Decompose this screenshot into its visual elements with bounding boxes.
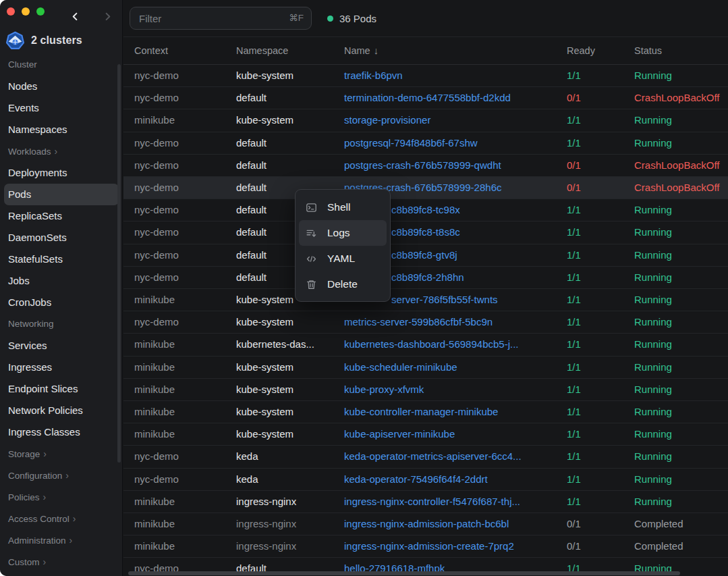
pod-name-link[interactable]: kube-apiserver-minikube: [344, 423, 455, 445]
chevron-left-icon: [71, 12, 80, 21]
table-row[interactable]: minikubeingress-nginxingress-nginx-admis…: [123, 513, 728, 535]
cluster-switcher[interactable]: 2 clusters: [5, 30, 82, 51]
cell-context: nyc-demo: [134, 177, 179, 199]
table-row[interactable]: minikubekube-systemstorage-provisioner1/…: [123, 109, 728, 132]
pod-name-link[interactable]: termination-demo-6477558bbf-d2kdd: [344, 87, 511, 109]
pod-name-link[interactable]: ingress-nginx-controller-f5476f687-thj..…: [344, 491, 520, 513]
table-row[interactable]: nyc-demodefaulttermination-demo-6477558b…: [123, 87, 728, 109]
table-row[interactable]: minikubekube-systemkube-apiserver-miniku…: [123, 423, 728, 446]
sidebar-item-services[interactable]: Services: [4, 335, 119, 357]
table-row[interactable]: minikubekube-systemkube-controller-manag…: [123, 401, 728, 423]
table-row[interactable]: nyc-demodefaultpostgres-crash-676b578999…: [123, 177, 728, 199]
cell-namespace: default: [236, 87, 267, 109]
context-menu-item-yaml[interactable]: YAML: [299, 246, 387, 271]
nav-back-button[interactable]: [66, 7, 84, 25]
pod-name-link[interactable]: ingress-nginx-admission-patch-bc6bl: [344, 513, 509, 535]
context-menu-item-logs[interactable]: Logs: [299, 220, 387, 246]
table-row[interactable]: minikubekube-systemkube-scheduler-miniku…: [123, 357, 728, 379]
sidebar-scrollbar[interactable]: [117, 64, 121, 463]
filter-input[interactable]: [130, 7, 312, 30]
close-button[interactable]: [7, 7, 15, 16]
pod-name-link[interactable]: c8b89fc8-tc98x: [391, 199, 460, 221]
pod-name-link[interactable]: kube-controller-manager-minikube: [344, 401, 498, 423]
context-menu-item-delete[interactable]: Delete: [299, 271, 387, 297]
cell-ready: 1/1: [567, 491, 581, 513]
pod-name-link[interactable]: storage-provisioner: [344, 109, 430, 131]
column-header-namespace[interactable]: Namespace: [236, 37, 288, 64]
pod-name-link[interactable]: ingress-nginx-admission-create-7prq2: [344, 535, 514, 557]
pod-name-link[interactable]: kube-proxy-xfvmk: [344, 379, 424, 400]
column-header-context[interactable]: Context: [134, 37, 168, 64]
column-header-ready[interactable]: Ready: [567, 37, 595, 64]
column-header-status[interactable]: Status: [634, 37, 662, 64]
table-row[interactable]: nyc-demodefaultc8b89fc8-2h8hn1/1Running: [123, 267, 728, 289]
sidebar-item-nodes[interactable]: Nodes: [4, 76, 119, 97]
sidebar-item-pods[interactable]: Pods: [4, 184, 119, 205]
cell-context: nyc-demo: [134, 267, 179, 288]
sidebar-section-custom[interactable]: Custom›: [0, 551, 123, 573]
table-row[interactable]: nyc-demodefaultpostgres-crash-676b578999…: [123, 155, 728, 177]
table-row[interactable]: minikubekube-systemserver-786f5fb55f-twn…: [123, 289, 728, 311]
table-row[interactable]: minikubekubernetes-das...kubernetes-dash…: [123, 334, 728, 356]
sidebar-section-policies[interactable]: Policies›: [0, 486, 123, 508]
sidebar-item-jobs[interactable]: Jobs: [4, 270, 119, 292]
sidebar-item-network-policies[interactable]: Network Policies: [4, 400, 119, 421]
context-menu-item-shell[interactable]: Shell: [299, 194, 387, 220]
cell-ready: 1/1: [567, 357, 581, 378]
table-row[interactable]: nyc-demodefaultc8b89fc8-gtv8j1/1Running: [123, 244, 728, 267]
pod-name-link[interactable]: postgres-crash-676b578999-qwdht: [344, 155, 501, 176]
cell-status: CrashLoopBackOff: [634, 177, 719, 199]
pod-name-link[interactable]: c8b89fc8-2h8hn: [391, 267, 464, 288]
filter-field: ⌘F: [130, 7, 312, 30]
column-header-name[interactable]: Name↓: [344, 37, 379, 64]
cell-status: Running: [634, 446, 672, 467]
context-menu-item-label: Logs: [327, 227, 350, 239]
sidebar-section-storage[interactable]: Storage›: [0, 443, 123, 465]
pod-name-link[interactable]: c8b89fc8-t8s8c: [391, 221, 460, 243]
table-row[interactable]: nyc-demokedakeda-operator-metrics-apiser…: [123, 446, 728, 468]
sidebar-item-ingress-classes[interactable]: Ingress Classes: [4, 421, 119, 443]
pod-name-link[interactable]: metrics-server-599b86cfbf-5bc9n: [344, 311, 493, 333]
nav-forward-button[interactable]: [99, 7, 116, 25]
sidebar-section-workloads[interactable]: Workloads›: [0, 140, 123, 162]
sidebar-item-namespaces[interactable]: Namespaces: [4, 119, 119, 140]
minimize-button[interactable]: [22, 7, 30, 16]
pod-name-link[interactable]: keda-operator-75496f64f4-2ddrt: [344, 469, 488, 490]
pod-name-link[interactable]: server-786f5fb55f-twnts: [391, 289, 498, 311]
table-row[interactable]: nyc-demokube-systemmetrics-server-599b86…: [123, 311, 728, 334]
sidebar-section-configuration[interactable]: Configuration›: [0, 465, 123, 486]
cell-namespace: kube-system: [236, 109, 293, 131]
table-row[interactable]: nyc-demokube-systemtraefik-b6pvn1/1Runni…: [123, 65, 728, 87]
pod-name-link[interactable]: keda-operator-metrics-apiserver-6cc4...: [344, 446, 522, 467]
pod-name-link[interactable]: postgresql-794f848b6f-67shw: [344, 132, 478, 154]
zoom-button[interactable]: [36, 7, 45, 16]
cell-namespace: keda: [236, 469, 258, 490]
pod-name-link[interactable]: traefik-b6pvn: [344, 65, 403, 86]
pod-name-link[interactable]: c8b89fc8-gtv8j: [391, 244, 457, 266]
sidebar-item-cronjobs[interactable]: CronJobs: [4, 292, 119, 313]
pod-name-link[interactable]: kubernetes-dashboard-569894bcb5-j...: [344, 334, 519, 355]
table-row[interactable]: minikubekube-systemkube-proxy-xfvmk1/1Ru…: [123, 379, 728, 401]
table-row[interactable]: nyc-demokedakeda-operator-75496f64f4-2dd…: [123, 469, 728, 491]
cell-status: Running: [634, 267, 672, 288]
trash-icon: [306, 279, 317, 290]
sidebar-item-endpoint-slices[interactable]: Endpoint Slices: [4, 378, 119, 400]
horizontal-scrollbar[interactable]: [128, 571, 680, 575]
sidebar-item-daemonsets[interactable]: DaemonSets: [4, 227, 119, 248]
table-row[interactable]: nyc-demodefaultc8b89fc8-tc98x1/1Running: [123, 199, 728, 221]
table-row[interactable]: nyc-demodefaultpostgresql-794f848b6f-67s…: [123, 132, 728, 155]
sidebar-item-events[interactable]: Events: [4, 97, 119, 119]
cell-ready: 1/1: [567, 311, 581, 333]
app-logo-icon: [5, 31, 25, 51]
pod-name-link[interactable]: kube-scheduler-minikube: [344, 357, 457, 378]
section-label: Policies: [8, 492, 40, 502]
sidebar-item-deployments[interactable]: Deployments: [4, 162, 119, 184]
sidebar-item-statefulsets[interactable]: StatefulSets: [4, 248, 119, 270]
sidebar-item-replicasets[interactable]: ReplicaSets: [4, 205, 119, 227]
sidebar-section-administration[interactable]: Administration›: [0, 529, 123, 551]
table-row[interactable]: minikubeingress-nginxingress-nginx-admis…: [123, 535, 728, 558]
sidebar-section-access-control[interactable]: Access Control›: [0, 508, 123, 529]
table-row[interactable]: minikubeingress-nginxingress-nginx-contr…: [123, 491, 728, 513]
table-row[interactable]: nyc-demodefaultc8b89fc8-t8s8c1/1Running: [123, 221, 728, 244]
sidebar-item-ingresses[interactable]: Ingresses: [4, 357, 119, 378]
